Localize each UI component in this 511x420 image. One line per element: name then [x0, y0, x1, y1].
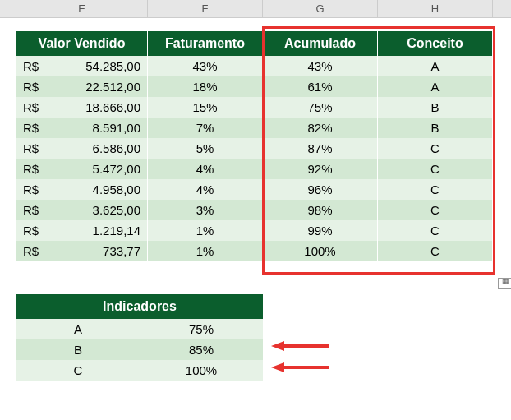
- currency-symbol: R$: [23, 224, 49, 238]
- cell-conceito[interactable]: C: [378, 241, 493, 261]
- col-letter-f[interactable]: F: [148, 0, 263, 17]
- cell-faturamento[interactable]: 15%: [148, 97, 263, 118]
- valor-amount: 8.591,00: [49, 121, 140, 135]
- cell-conceito[interactable]: C: [378, 138, 493, 159]
- cell-valor-vendido[interactable]: R$18.666,00: [16, 97, 148, 118]
- valor-amount: 4.958,00: [49, 182, 140, 196]
- cell-faturamento[interactable]: 5%: [148, 138, 263, 159]
- table-row[interactable]: R$22.512,0018%61%A: [0, 76, 511, 97]
- arrow-icon: [271, 340, 329, 352]
- cell-valor-vendido[interactable]: R$8.591,00: [16, 118, 148, 138]
- cell-faturamento[interactable]: 43%: [148, 56, 263, 76]
- cell-conceito[interactable]: C: [378, 220, 493, 241]
- cell-valor-vendido[interactable]: R$22.512,00: [16, 76, 148, 97]
- cell-acumulado[interactable]: 98%: [263, 200, 378, 220]
- svg-marker-1: [271, 362, 329, 372]
- indicador-value: 75%: [140, 319, 263, 339]
- cell-faturamento[interactable]: 7%: [148, 118, 263, 138]
- currency-symbol: R$: [23, 59, 49, 73]
- table-row[interactable]: R$6.586,005%87%C: [0, 138, 511, 159]
- valor-amount: 5.472,00: [49, 162, 140, 176]
- table-row[interactable]: R$5.472,004%92%C: [0, 159, 511, 179]
- table-row[interactable]: R$18.666,0015%75%B: [0, 97, 511, 118]
- col-letter-h[interactable]: H: [378, 0, 493, 17]
- cell-valor-vendido[interactable]: R$54.285,00: [16, 56, 148, 76]
- indicador-label: B: [16, 339, 140, 360]
- table-row[interactable]: R$8.591,007%82%B: [0, 118, 511, 138]
- cell-conceito[interactable]: A: [378, 56, 493, 76]
- table-row[interactable]: R$1.219,141%99%C: [0, 220, 511, 241]
- cell-faturamento[interactable]: 4%: [148, 179, 263, 200]
- col-letter-e[interactable]: E: [16, 0, 148, 17]
- cell-conceito[interactable]: B: [378, 97, 493, 118]
- cell-acumulado[interactable]: 43%: [263, 56, 378, 76]
- currency-symbol: R$: [23, 182, 49, 196]
- table-row[interactable]: R$3.625,003%98%C: [0, 200, 511, 220]
- valor-amount: 733,77: [49, 244, 140, 258]
- autofill-options-icon[interactable]: ▦: [498, 278, 511, 289]
- cell-acumulado[interactable]: 87%: [263, 138, 378, 159]
- cell-valor-vendido[interactable]: R$5.472,00: [16, 159, 148, 179]
- indicadores-row[interactable]: A 75%: [16, 319, 263, 339]
- indicador-label: C: [16, 360, 140, 381]
- indicador-value: 100%: [140, 360, 263, 381]
- cell-valor-vendido[interactable]: R$3.625,00: [16, 200, 148, 220]
- cell-faturamento[interactable]: 1%: [148, 220, 263, 241]
- cell-acumulado[interactable]: 75%: [263, 97, 378, 118]
- arrow-icon: [271, 362, 329, 373]
- cell-conceito[interactable]: B: [378, 118, 493, 138]
- cell-acumulado[interactable]: 92%: [263, 159, 378, 179]
- valor-amount: 6.586,00: [49, 141, 140, 155]
- currency-symbol: R$: [23, 80, 49, 94]
- main-table: Valor Vendido Faturamento Acumulado Conc…: [0, 31, 511, 56]
- cell-valor-vendido[interactable]: R$4.958,00: [16, 179, 148, 200]
- cell-faturamento[interactable]: 1%: [148, 241, 263, 261]
- indicador-label: A: [16, 319, 140, 339]
- col-letter-g[interactable]: G: [263, 0, 378, 17]
- valor-amount: 54.285,00: [49, 59, 140, 73]
- valor-amount: 3.625,00: [49, 203, 140, 217]
- header-faturamento[interactable]: Faturamento: [148, 31, 263, 56]
- cell-faturamento[interactable]: 4%: [148, 159, 263, 179]
- currency-symbol: R$: [23, 244, 49, 258]
- cell-faturamento[interactable]: 18%: [148, 76, 263, 97]
- table-row[interactable]: R$4.958,004%96%C: [0, 179, 511, 200]
- indicadores-row[interactable]: C 100%: [16, 360, 263, 381]
- valor-amount: 1.219,14: [49, 224, 140, 238]
- header-conceito[interactable]: Conceito: [378, 31, 493, 56]
- currency-symbol: R$: [23, 141, 49, 155]
- currency-symbol: R$: [23, 162, 49, 176]
- indicadores-title[interactable]: Indicadores: [16, 294, 263, 319]
- svg-marker-0: [271, 341, 329, 351]
- currency-symbol: R$: [23, 203, 49, 217]
- column-letter-bar: E F G H: [0, 0, 511, 18]
- header-acumulado[interactable]: Acumulado: [263, 31, 378, 56]
- cell-acumulado[interactable]: 82%: [263, 118, 378, 138]
- cell-faturamento[interactable]: 3%: [148, 200, 263, 220]
- table-row[interactable]: R$54.285,0043%43%A: [0, 56, 511, 76]
- cell-acumulado[interactable]: 96%: [263, 179, 378, 200]
- cell-conceito[interactable]: C: [378, 200, 493, 220]
- currency-symbol: R$: [23, 100, 49, 114]
- cell-valor-vendido[interactable]: R$733,77: [16, 241, 148, 261]
- cell-acumulado[interactable]: 100%: [263, 241, 378, 261]
- valor-amount: 22.512,00: [49, 80, 140, 94]
- indicadores-row[interactable]: B 85%: [16, 339, 263, 360]
- cell-conceito[interactable]: C: [378, 179, 493, 200]
- cell-conceito[interactable]: A: [378, 76, 493, 97]
- currency-symbol: R$: [23, 121, 49, 135]
- cell-acumulado[interactable]: 61%: [263, 76, 378, 97]
- header-valor-vendido[interactable]: Valor Vendido: [16, 31, 148, 56]
- indicadores-table: Indicadores A 75% B 85% C 100%: [16, 294, 263, 381]
- cell-acumulado[interactable]: 99%: [263, 220, 378, 241]
- indicador-value: 85%: [140, 339, 263, 360]
- cell-conceito[interactable]: C: [378, 159, 493, 179]
- table-row[interactable]: R$733,771%100%C: [0, 241, 511, 261]
- valor-amount: 18.666,00: [49, 100, 140, 114]
- cell-valor-vendido[interactable]: R$6.586,00: [16, 138, 148, 159]
- cell-valor-vendido[interactable]: R$1.219,14: [16, 220, 148, 241]
